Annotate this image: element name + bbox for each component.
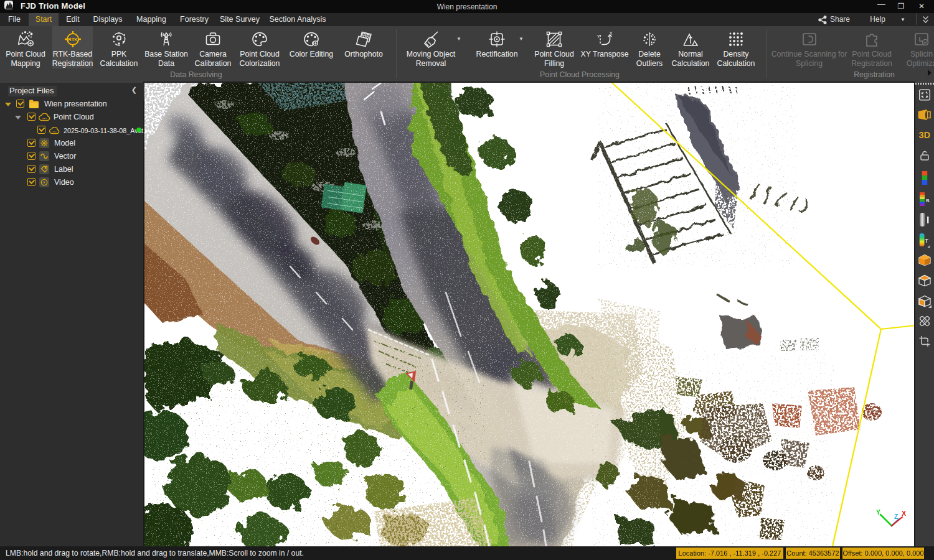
svg-text:B: B (926, 198, 930, 203)
svg-text:RTK: RTK (68, 37, 78, 42)
svg-text:Y: Y (876, 508, 880, 516)
svg-text:T: T (925, 238, 929, 244)
svg-text:Y: Y (597, 34, 600, 39)
svg-text:X: X (610, 31, 613, 35)
svg-text:Z: Z (894, 513, 899, 520)
svg-text:X: X (902, 510, 906, 517)
